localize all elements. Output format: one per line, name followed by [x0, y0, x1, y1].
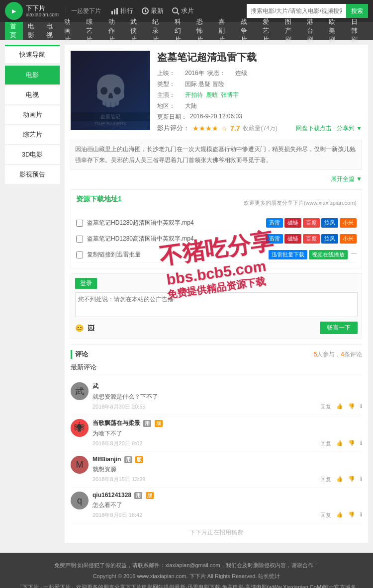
btn-baidu-0[interactable]: 百度: [303, 218, 320, 228]
btn-baidu-1[interactable]: 百度: [303, 234, 320, 244]
download-header: 资源下载地址1 欢迎更多的朋友分享下片(www.xiaxiapian.com): [76, 195, 357, 211]
sidebar-item-variety[interactable]: 综艺片: [5, 125, 60, 144]
nav-scifi[interactable]: 科幻片: [170, 22, 191, 40]
report-btn-0[interactable]: ℹ: [360, 403, 362, 411]
search-button[interactable]: 搜索: [346, 4, 368, 18]
btn-online-play[interactable]: 视频在线播放: [309, 250, 348, 259]
nav-hktw[interactable]: 港台剧: [302, 22, 324, 40]
badge-3: 用: [134, 492, 142, 499]
dislike-btn-2[interactable]: 👎: [348, 476, 355, 483]
nav-animation[interactable]: 动画片: [59, 22, 81, 40]
dislike-btn-1[interactable]: 👎: [348, 440, 355, 447]
nav-documentary[interactable]: 纪录片: [147, 22, 169, 40]
sidebar-item-movie[interactable]: 电影: [5, 66, 60, 84]
count-comments: 4: [341, 351, 344, 358]
logo-icon: ▶: [5, 2, 23, 20]
btn-cixi-1[interactable]: 磁链: [284, 234, 301, 244]
reply-btn-1[interactable]: 回复: [320, 440, 331, 447]
comment-avatar-2: M: [71, 456, 89, 474]
movie-header: 💀 盗墓笔记 TIME RAIDERS 盗墓笔记超清迅雷下载 上映： 2016年…: [71, 51, 362, 133]
nav-japanese[interactable]: 日韩剧: [346, 22, 368, 40]
btn-xunlei-0[interactable]: 迅雷: [266, 218, 283, 228]
search-input[interactable]: [247, 4, 346, 18]
dislike-btn-0[interactable]: 👎: [348, 403, 355, 411]
main-navbar: 首页 电影 电视 动画片 综艺片 动作片 武侠片 纪录片 科幻片 恐怖片 喜剧片…: [0, 22, 373, 40]
nav-variety[interactable]: 综艺片: [81, 22, 103, 40]
btn-xiaomi-1[interactable]: 小米: [340, 234, 357, 244]
dislike-btn-3[interactable]: 👎: [348, 511, 355, 519]
sidebar-item-animation[interactable]: 动画片: [5, 105, 60, 124]
share-btn[interactable]: 分享到 ▼: [337, 124, 362, 133]
director-value[interactable]: 开拍待: [185, 91, 203, 99]
badge-1: 用: [143, 420, 151, 427]
btn-cixi-0[interactable]: 磁链: [284, 218, 301, 228]
region-label: 地区：: [157, 102, 182, 110]
btn-xuanfeng-0[interactable]: 旋风: [321, 218, 338, 228]
count-people: 5: [314, 351, 317, 358]
cast-0[interactable]: 鹿晗: [206, 91, 218, 99]
comment-textarea[interactable]: [75, 292, 358, 317]
comment-text-2: 就想资源: [93, 465, 362, 474]
nav-domestic[interactable]: 图产剧: [280, 22, 302, 40]
comment-item-1: 🕷 当歌飘荡在与柔景 用 版 为啥下不了 2018年8月20日 9:02 回复 …: [71, 415, 362, 452]
download-checkbox-1[interactable]: [76, 236, 83, 243]
comment-body-3: qiu161241328 用 版 怎么看不了 2018年8月9日 18:42 回…: [93, 492, 362, 519]
nav-martial[interactable]: 武侠片: [125, 22, 147, 40]
report-btn-2[interactable]: ℹ: [360, 476, 362, 483]
footer-line1: 免费声明:如果侵犯了你的权益，请联系邮件：xiaxiapian@gmail.co…: [5, 560, 368, 571]
rating-num: 7.7: [230, 124, 240, 132]
btn-batch-xunlei[interactable]: 迅雷批量下载: [269, 250, 307, 259]
emoji-icon[interactable]: 😊: [75, 324, 84, 332]
comment-header: 评论 5人参与，4条评论: [71, 350, 362, 359]
nav-tv[interactable]: 电视: [41, 22, 59, 40]
btn-xiaomi-0[interactable]: 小米: [340, 218, 357, 228]
nav-comedy[interactable]: 喜剧片: [213, 22, 235, 40]
like-btn-1[interactable]: 👍: [336, 440, 343, 447]
report-btn-3[interactable]: ℹ: [360, 511, 362, 519]
expand-button[interactable]: 展开全篇 ▼: [71, 175, 362, 183]
movie-description: 因油画山藏里上的山海图，长沙老九门在一次大规模盗墓行动中惨遭灭门，精英损失殆尽，…: [71, 140, 362, 170]
nav-ranking[interactable]: 排行: [111, 6, 133, 15]
nav-western[interactable]: 欧美剧: [324, 22, 346, 40]
download-section: 不猪吃分享 bbs.bcb5.com 免费提供精品资源下载 资源下载地址1 欢迎…: [71, 189, 362, 338]
sidebar-item-tv[interactable]: 电视: [5, 85, 60, 104]
nav-war[interactable]: 战争片: [236, 22, 258, 40]
report-btn-1[interactable]: ℹ: [360, 440, 362, 447]
cloud-download-btn[interactable]: 网盘下载点击: [296, 124, 332, 133]
btn-xuanfeng-1[interactable]: 旋风: [321, 234, 338, 244]
sidebar-item-preview[interactable]: 影视预告: [5, 165, 60, 184]
submit-comment-btn[interactable]: 畅言一下: [320, 322, 358, 334]
nav-latest[interactable]: 最新: [141, 6, 164, 15]
image-icon[interactable]: 🖼: [88, 324, 94, 332]
nav-horror[interactable]: 恐怖片: [191, 22, 213, 40]
footer-line3: 「下下片 · 一起爱下片」欢迎更多的朋友分享下下片电影网站提供最新·迅雷电影下载…: [5, 582, 368, 588]
btn-xunlei-1[interactable]: 迅雷: [266, 234, 283, 244]
like-btn-3[interactable]: 👍: [336, 511, 343, 519]
nav-home[interactable]: 首页: [5, 22, 23, 40]
download-checkbox-0[interactable]: [76, 220, 83, 227]
sidebar-item-3d[interactable]: 3D电影: [5, 145, 60, 164]
site-slogan: 一起爱下片: [66, 7, 101, 15]
nav-request[interactable]: 求片: [172, 6, 194, 15]
like-btn-0[interactable]: 👍: [336, 403, 343, 411]
search-box: 搜索: [247, 4, 368, 18]
login-button[interactable]: 登录: [75, 278, 97, 289]
nav-movie[interactable]: 电影: [23, 22, 41, 40]
download-hint: 欢迎更多的朋友分享下片(www.xiaxiapian.com): [244, 199, 357, 207]
rating-count: 收藏量(74万): [243, 124, 277, 133]
download-checkbox-extra[interactable]: [76, 252, 83, 258]
cast-1[interactable]: 张博宇: [221, 91, 239, 99]
comment-avatar-3: q: [71, 492, 89, 509]
logo-url: xiaxiapian.com: [26, 12, 59, 17]
badge-vip-2: 版: [135, 456, 143, 463]
reply-btn-2[interactable]: 回复: [320, 476, 331, 483]
svg-rect-0: [111, 11, 113, 14]
nav-action[interactable]: 动作片: [103, 22, 125, 40]
poster-overlay: [71, 51, 150, 130]
site-logo[interactable]: ▶ 下下片 xiaxiapian.com: [5, 2, 59, 20]
like-btn-2[interactable]: 👍: [336, 476, 343, 483]
reply-btn-0[interactable]: 回复: [320, 403, 331, 411]
reply-btn-3[interactable]: 回复: [320, 511, 331, 519]
nav-love[interactable]: 爱艺片: [258, 22, 280, 40]
download-btns-0: 迅雷 磁链 百度 旋风 小米: [266, 218, 357, 228]
